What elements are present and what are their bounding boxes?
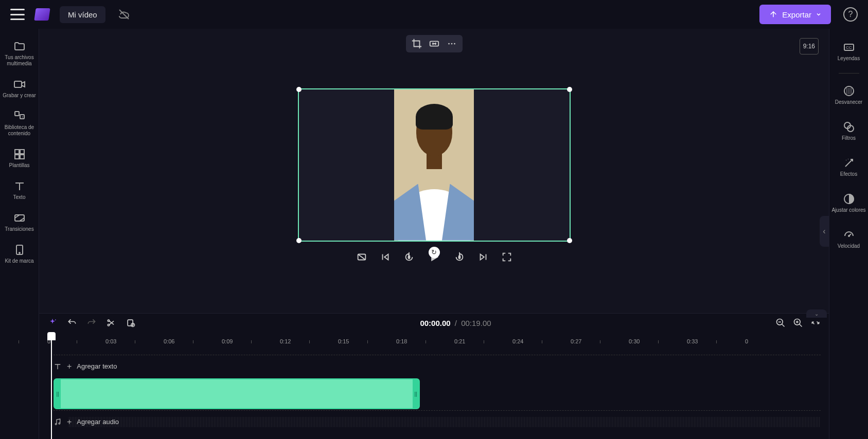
svg-rect-8	[15, 215, 24, 221]
audio-track[interactable]: + Agregar audio	[54, 410, 821, 433]
sidebar-item-label: Ajustar colores	[831, 207, 865, 213]
timeline-ruler[interactable]: 0 0:03 0:06 0:09 0:12 0:15 0:18 0:21 0:2…	[39, 332, 829, 351]
skip-start-icon[interactable]	[380, 251, 391, 263]
preview-toolbar	[406, 35, 463, 52]
left-sidebar: Tus archivos multimedia Grabar y crear B…	[0, 29, 39, 439]
resize-handle-tr[interactable]	[567, 87, 572, 92]
templates-icon	[13, 148, 26, 160]
plus-icon: +	[67, 362, 72, 371]
clip-handle-left[interactable]: ||	[55, 379, 61, 408]
sidebar-item-effects[interactable]: Efectos	[829, 153, 868, 181]
sidebar-item-fade[interactable]: Desvanecer	[829, 81, 868, 109]
menu-icon[interactable]	[10, 9, 25, 20]
svg-rect-4	[15, 150, 19, 154]
undo-icon[interactable]	[67, 318, 77, 328]
svg-point-13	[451, 43, 452, 45]
resize-handle-bl[interactable]	[296, 238, 302, 243]
svg-rect-6	[15, 155, 19, 159]
video-clip[interactable]: || ||	[54, 378, 420, 409]
speed-icon	[843, 229, 855, 241]
sidebar-item-templates[interactable]: Plantillas	[0, 145, 39, 172]
resize-handle-tl[interactable]	[296, 87, 302, 92]
fullscreen-icon[interactable]	[501, 251, 512, 263]
fade-icon	[843, 85, 855, 97]
cc-icon: CC	[843, 41, 855, 53]
sidebar-item-label: Plantillas	[9, 162, 29, 169]
timeline-collapse[interactable]: ⌄	[806, 309, 827, 318]
sidebar-item-filters[interactable]: Filtros	[829, 117, 868, 145]
upload-icon	[769, 10, 778, 19]
sidebar-item-media[interactable]: Tus archivos multimedia	[0, 37, 39, 70]
music-icon	[54, 418, 62, 426]
svg-text:5: 5	[408, 255, 410, 259]
rewind-5-icon[interactable]: 5	[403, 251, 415, 263]
svg-rect-1	[14, 81, 22, 87]
clip-handle-right[interactable]: ||	[413, 379, 419, 408]
brandkit-icon	[13, 244, 26, 256]
sidebar-item-speed[interactable]: Velocidad	[829, 225, 868, 253]
preview-canvas[interactable]: ↻	[298, 88, 571, 242]
sidebar-item-label: Efectos	[840, 171, 857, 177]
right-sidebar: CC Leyendas Desvanecer Filtros Efectos A…	[829, 29, 868, 439]
timeline-zoom-controls	[775, 318, 821, 328]
svg-rect-2	[15, 112, 19, 116]
sidebar-item-library[interactable]: Biblioteca de contenido	[0, 107, 39, 140]
aspect-ratio-badge[interactable]: 9:16	[800, 38, 819, 54]
timeline-time-display: 00:00.00 / 00:19.00	[145, 319, 766, 327]
safe-zone-icon[interactable]	[356, 251, 367, 263]
text-track[interactable]: + Agregar texto	[54, 355, 821, 377]
camera-icon	[13, 78, 26, 90]
sidebar-item-adjust-colors[interactable]: Ajustar colores	[829, 189, 868, 217]
text-icon	[13, 180, 26, 192]
sidebar-item-captions[interactable]: CC Leyendas	[829, 37, 868, 66]
sidebar-item-label: Tus archivos multimedia	[1, 54, 38, 67]
effects-icon	[843, 157, 855, 169]
right-sidebar-collapse[interactable]: ‹	[820, 216, 829, 247]
redo-icon[interactable]	[86, 318, 97, 328]
sidebar-item-label: Leyendas	[838, 56, 860, 62]
filters-icon	[843, 121, 855, 133]
project-title[interactable]: Mi vídeo	[60, 6, 105, 23]
export-label: Exportar	[782, 10, 811, 19]
more-icon[interactable]	[446, 38, 457, 49]
library-icon	[13, 110, 26, 122]
copy-add-icon[interactable]	[126, 318, 136, 328]
zoom-in-icon[interactable]	[793, 318, 803, 328]
center-area: 9:16 ↻ 5 5	[39, 29, 829, 439]
sidebar-item-label: Texto	[13, 194, 26, 200]
svg-text:CC: CC	[846, 45, 852, 50]
sidebar-item-brandkit[interactable]: Kit de marca	[0, 241, 39, 267]
top-bar: Mi vídeo Exportar ?	[0, 0, 868, 29]
export-button[interactable]: Exportar	[759, 5, 831, 24]
total-duration: 00:19.00	[461, 319, 491, 327]
cloud-off-icon[interactable]	[118, 8, 130, 21]
sidebar-item-record[interactable]: Grabar y crear	[0, 75, 39, 102]
svg-point-12	[448, 43, 450, 45]
sidebar-item-transitions[interactable]: Transiciones	[0, 209, 39, 235]
waveform	[69, 417, 821, 427]
svg-point-32	[848, 235, 849, 236]
svg-rect-7	[20, 155, 24, 159]
sidebar-item-label: Filtros	[842, 135, 856, 141]
split-icon[interactable]	[106, 318, 116, 328]
forward-5-icon[interactable]: 5	[454, 251, 465, 263]
video-track[interactable]: || ||	[54, 377, 821, 410]
zoom-out-icon[interactable]	[775, 318, 786, 328]
resize-handle-br[interactable]	[567, 238, 572, 243]
help-button[interactable]: ?	[843, 7, 858, 22]
crop-icon[interactable]	[411, 38, 422, 49]
preview-zone: 9:16 ↻ 5 5	[39, 29, 829, 313]
skip-end-icon[interactable]	[477, 251, 489, 263]
chevron-down-icon	[816, 11, 822, 17]
transitions-icon	[13, 212, 26, 224]
svg-point-10	[19, 252, 20, 253]
playhead[interactable]	[47, 332, 56, 340]
sidebar-item-text[interactable]: Texto	[0, 177, 39, 204]
rotate-handle[interactable]: ↻	[429, 247, 440, 258]
svg-text:5: 5	[458, 255, 460, 259]
sparkle-icon[interactable]	[47, 318, 58, 328]
zoom-fit-icon[interactable]	[810, 318, 821, 328]
fit-icon[interactable]	[429, 38, 440, 49]
app-logo	[34, 8, 50, 21]
sidebar-item-label: Kit de marca	[5, 258, 33, 264]
